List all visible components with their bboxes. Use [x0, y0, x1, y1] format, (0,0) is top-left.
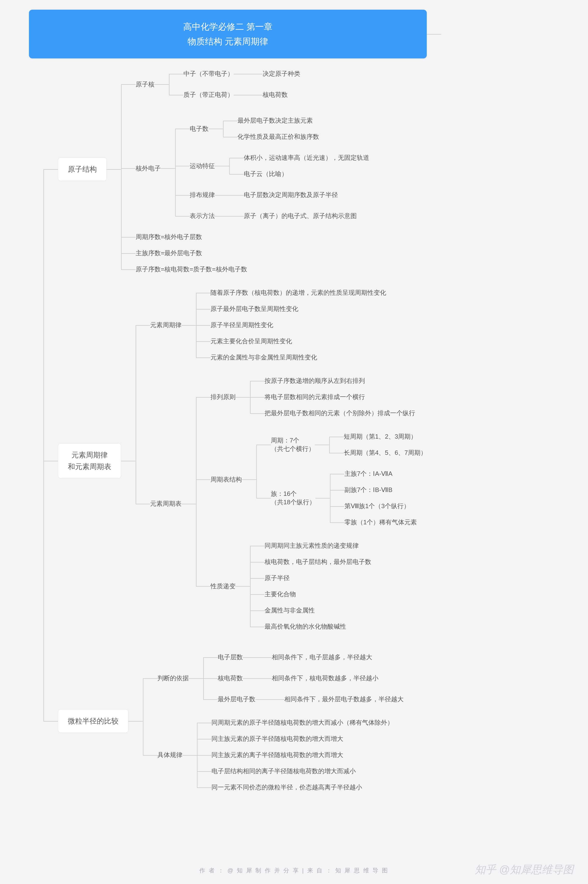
mindmap-node[interactable]: 短周期（第1、2、3周期）	[344, 431, 417, 442]
mindmap-children: 元素周期律随着原子序数（核电荷数）的递增，元素的性质呈现周期性变化原子最外层电子…	[121, 282, 427, 639]
mindmap-children: 短周期（第1、2、3周期）长周期（第4、5、6、7周期）	[315, 428, 427, 461]
mindmap-node[interactable]: 原子核	[136, 79, 154, 90]
mindmap-node[interactable]: 最外层电子数决定主族元素	[237, 115, 313, 126]
mindmap-node[interactable]: 周期表结构	[210, 474, 242, 485]
mindmap-node[interactable]: 排列原则	[210, 391, 236, 403]
mindmap-node[interactable]: 相同条件下，核电荷数越多，半径越小	[272, 672, 378, 684]
mindmap-node[interactable]: 金属性与非金属性	[264, 605, 315, 616]
mindmap-node[interactable]: 电子层结构相同的离子半径随核电荷数的增大而减小	[212, 765, 356, 777]
watermark-text: 知乎 @知犀思维导图	[475, 863, 573, 877]
mindmap-node[interactable]: 核电荷数	[218, 672, 243, 684]
mindmap-children: 相同条件下，电子层越多，半径越大	[243, 649, 372, 665]
mindmap-children: 电子层数决定周期序数及原子半径	[215, 187, 338, 203]
mindmap-node[interactable]: 原子（离子）的电子式、原子结构示意图	[244, 210, 357, 222]
mindmap-node[interactable]: 周期序数=核外电子层数	[136, 231, 202, 243]
mindmap-node[interactable]: 族：16个（共18个纵行）	[271, 488, 315, 508]
mindmap-node[interactable]: 判断的依据	[158, 672, 189, 684]
mindmap-children: 体积小，运动速率高（近光速），无固定轨道电子云（比喻）	[215, 150, 369, 182]
mindmap-node[interactable]: 第Ⅷ族1个（3个纵行）	[345, 500, 410, 512]
mindmap-node[interactable]: 电子云（比喻）	[244, 168, 288, 180]
mindmap-node[interactable]: 随着原子序数（核电荷数）的递增，元素的性质呈现周期性变化	[210, 287, 386, 299]
mindmap-children: 同周期同主族元素性质的递变规律核电荷数，电子层结构，最外层电子数原子半径主要化合…	[236, 537, 371, 635]
mindmap-children: 随着原子序数（核电荷数）的递增，元素的性质呈现周期性变化原子最外层电子数呈周期性…	[182, 285, 386, 365]
mindmap-node[interactable]: 决定原子种类	[262, 68, 300, 80]
mindmap-children: 相同条件下，最外层电子数越多，半径越大	[255, 691, 404, 707]
mindmap-node[interactable]: 同周期元素的原子半径随核电荷数的增大而减小（稀有气体除外）	[212, 717, 393, 728]
mindmap-children: 判断的依据电子层数相同条件下，电子层越多，半径越大核电荷数相同条件下，核电荷数越…	[128, 644, 404, 798]
mindmap-node[interactable]: 元素的金属性与非金属性呈周期性变化	[210, 352, 317, 363]
mindmap-node[interactable]: 副族7个：ⅠB-ⅦB	[345, 484, 393, 495]
mindmap-children: 按原子序数递增的顺序从左到右排列将电子层数相同的元素排成一个横行把最外层电子数相…	[236, 373, 415, 421]
mindmap-node[interactable]: 核电荷数，电子层结构，最外层电子数	[264, 556, 371, 567]
mindmap-children: 原子（离子）的电子式、原子结构示意图	[215, 208, 357, 224]
mindmap-node[interactable]: 相同条件下，电子层越多，半径越大	[272, 651, 372, 663]
mindmap-children: 原子核中子（不带电子）决定原子种类质子（带正电荷）核电荷数核外电子电子数最外层电…	[107, 61, 369, 278]
mindmap-node[interactable]: 电子层数	[218, 651, 243, 663]
mindmap-node[interactable]: 最高价氧化物的水化物酸碱性	[264, 621, 346, 632]
mindmap-node[interactable]: 按原子序数递增的顺序从左到右排列	[264, 375, 365, 386]
mindmap-children: 原子结构原子核中子（不带电子）决定原子种类质子（带正电荷）核电荷数核外电子电子数…	[29, 59, 427, 800]
mindmap-children: 最外层电子数决定主族元素化学性质及最高正价和族序数	[208, 113, 319, 145]
mindmap-node[interactable]: 表示方法	[190, 210, 215, 222]
mindmap-children: 中子（不带电子）决定原子种类质子（带正电荷）核电荷数	[154, 63, 300, 105]
mindmap-node[interactable]: 体积小，运动速率高（近光速），无固定轨道	[244, 152, 369, 164]
mindmap-children: 同周期元素的原子半径随核电荷数的增大而减小（稀有气体除外）同主族元素的原子半径随…	[183, 714, 393, 795]
mindmap-node[interactable]: 长周期（第4、5、6、7周期）	[344, 447, 427, 458]
mindmap-node[interactable]: 原子结构	[58, 158, 107, 181]
mindmap-node[interactable]: 原子半径	[264, 572, 290, 584]
mindmap-children: 决定原子种类	[234, 66, 300, 82]
mindmap-children: 电子数最外层电子数决定主族元素化学性质及最高正价和族序数运动特征体积小，运动速率…	[161, 110, 369, 227]
mindmap-children: 周期：7个（共七个横行）短周期（第1、2、3周期）长周期（第4、5、6、7周期）…	[242, 426, 427, 533]
mindmap-node[interactable]: 主族序数=最外层电子数	[136, 248, 202, 259]
mindmap-node[interactable]: 性质递变	[210, 581, 236, 592]
mindmap-node[interactable]: 主族7个：ⅠA-ⅦA	[345, 468, 393, 479]
mindmap-children: 主族7个：ⅠA-ⅦA副族7个：ⅠB-ⅦB第Ⅷ族1个（3个纵行）零族（1个）稀有气…	[315, 466, 417, 530]
mindmap-node[interactable]: 中子（不带电子）	[183, 68, 234, 80]
mindmap-node[interactable]: 化学性质及最高正价和族序数	[237, 131, 319, 143]
mindmap-children: 核电荷数	[234, 87, 288, 103]
mindmap-node[interactable]: 核外电子	[136, 163, 161, 174]
mindmap-children: 电子层数相同条件下，电子层越多，半径越大核电荷数相同条件下，核电荷数越多，半径越…	[189, 647, 404, 710]
mindmap-node[interactable]: 核电荷数	[262, 89, 288, 101]
mindmap-node[interactable]: 质子（带正电荷）	[183, 89, 234, 101]
mindmap-children: 相同条件下，核电荷数越多，半径越小	[243, 670, 378, 686]
mindmap-node[interactable]: 元素周期律和元素周期表	[58, 443, 121, 479]
mindmap-node[interactable]: 把最外层电子数相同的元素（个别除外）排成一个纵行	[264, 407, 415, 419]
mindmap-node[interactable]: 微粒半径的比较	[58, 709, 128, 733]
mindmap-node[interactable]: 同周期同主族元素性质的递变规律	[264, 540, 359, 551]
mindmap-node[interactable]: 电子数	[190, 123, 208, 135]
mindmap-node[interactable]: 同主族元素的离子半径随核电荷数的增大而增大	[212, 749, 343, 761]
mindmap-node[interactable]: 零族（1个）稀有气体元素	[345, 516, 417, 528]
mindmap-node[interactable]: 原子半径呈周期性变化	[210, 320, 273, 331]
mindmap-node[interactable]: 将电子层数相同的元素排成一个横行	[264, 391, 365, 403]
mindmap-node[interactable]: 相同条件下，最外层电子数越多，半径越大	[284, 693, 404, 705]
mindmap-children: 排列原则按原子序数递增的顺序从左到右排列将电子层数相同的元素排成一个横行把最外层…	[182, 370, 427, 637]
mindmap-node[interactable]: 周期：7个（共七个横行）	[271, 435, 315, 455]
mindmap-node[interactable]: 元素主要化合价呈周期性变化	[210, 336, 292, 347]
mindmap-node[interactable]: 电子层数决定周期序数及原子半径	[244, 189, 338, 201]
mindmap-node[interactable]: 元素周期律	[150, 320, 182, 331]
mindmap-node[interactable]: 原子序数=核电荷数=质子数=核外电子数	[136, 264, 247, 275]
mindmap-node[interactable]: 排布规律	[190, 189, 215, 201]
mindmap-node[interactable]: 元素周期表	[150, 498, 182, 509]
mindmap-node[interactable]: 主要化合物	[264, 588, 296, 600]
mindmap-root-node[interactable]: 高中化学必修二 第一章物质结构 元素周期律	[29, 10, 427, 59]
mindmap-node[interactable]: 同主族元素的原子半径随核电荷数的增大而增大	[212, 733, 343, 744]
mindmap-node[interactable]: 同一元素不同价态的微粒半径，价态越高离子半径越小	[212, 782, 362, 793]
mindmap-node[interactable]: 原子最外层电子数呈周期性变化	[210, 303, 298, 315]
mindmap-node[interactable]: 最外层电子数	[218, 693, 255, 705]
mindmap-node[interactable]: 具体规律	[158, 749, 183, 761]
mindmap-root-container: 高中化学必修二 第一章物质结构 元素周期律原子结构原子核中子（不带电子）决定原子…	[29, 10, 573, 800]
mindmap-node[interactable]: 运动特征	[190, 160, 215, 172]
